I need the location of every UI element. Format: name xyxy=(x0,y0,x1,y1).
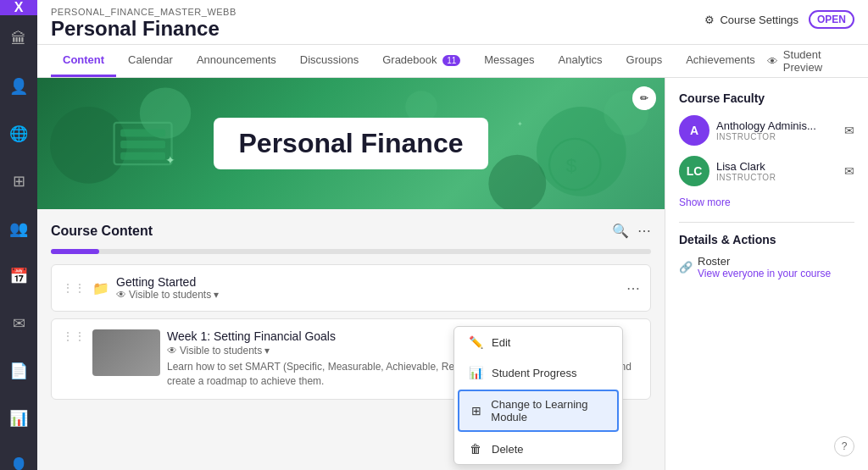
tab-achievements[interactable]: Achievements xyxy=(674,45,767,77)
delete-label: Delete xyxy=(492,443,524,456)
gradebook-label: Gradebook xyxy=(382,53,437,66)
privacy-icon: 👤 xyxy=(0,447,37,470)
close-button[interactable]: X xyxy=(0,0,37,15)
faculty-message-button-1[interactable]: ✉ xyxy=(844,124,854,137)
svg-text:$: $ xyxy=(566,154,577,176)
context-menu-delete[interactable]: 🗑 Delete xyxy=(454,434,622,464)
sidebar-item-people[interactable]: 👥 xyxy=(0,205,37,252)
globe-icon: 🌐 xyxy=(0,115,37,152)
faculty-section-title: Course Faculty xyxy=(679,91,854,105)
dropdown-arrow-icon[interactable]: ▾ xyxy=(214,289,219,301)
sidebar-divider xyxy=(679,222,854,223)
course-banner: ✦ ✦ ✦ $ Personal Finance ✏ xyxy=(37,78,665,209)
visibility-label: Visible to students xyxy=(129,289,211,301)
drag-handle-icon[interactable]: ⋮⋮ xyxy=(62,281,86,295)
topbar-left: PERSONAL_FINANCE_MASTER_WEBB Personal Fi… xyxy=(51,7,236,41)
open-badge: OPEN xyxy=(809,10,854,29)
course-title: Personal Finance xyxy=(51,17,236,41)
course-settings-label: Course Settings xyxy=(720,14,798,26)
grid-icon: ⊞ xyxy=(0,163,37,200)
faculty-message-button-2[interactable]: ✉ xyxy=(844,164,854,178)
student-preview-label: Student Preview xyxy=(783,48,854,74)
tab-messages[interactable]: Messages xyxy=(472,45,546,77)
faculty-name-1: Anthology Adminis... xyxy=(716,119,816,132)
section-actions: 🔍 ⋯ xyxy=(612,223,651,239)
search-icon[interactable]: 🔍 xyxy=(612,223,629,239)
svg-rect-6 xyxy=(120,130,165,137)
roster-item: 🔗 Roster View everyone in your course xyxy=(679,255,854,279)
context-menu-edit[interactable]: ✏️ Edit xyxy=(454,327,622,357)
week-drag-handle-icon[interactable]: ⋮⋮ xyxy=(62,329,86,343)
banner-title: Personal Finance xyxy=(214,118,489,169)
document-icon: 📄 xyxy=(0,352,37,390)
gradebook-badge: 11 xyxy=(442,55,460,66)
student-preview-button[interactable]: 👁 Student Preview xyxy=(767,48,854,74)
week-thumbnail xyxy=(92,329,160,376)
module-visibility: 👁 Visible to students ▾ xyxy=(116,289,219,301)
module-icon: ⊞ xyxy=(470,404,482,417)
tab-discussions[interactable]: Discussions xyxy=(288,45,370,77)
progress-bar xyxy=(51,249,651,254)
module-name: Getting Started xyxy=(116,275,219,289)
tab-groups[interactable]: Groups xyxy=(615,45,675,77)
tab-calendar[interactable]: Calendar xyxy=(116,45,185,77)
sidebar-item-mail[interactable]: ✉ xyxy=(0,300,37,347)
help-button[interactable]: ? xyxy=(834,436,854,456)
sidebar-item-globe[interactable]: 🌐 xyxy=(0,110,37,158)
tab-content[interactable]: Content xyxy=(51,45,116,77)
context-menu: ✏️ Edit 📊 Student Progress ⊞ Change to L… xyxy=(453,326,623,465)
faculty-role-1: INSTRUCTOR xyxy=(716,132,816,141)
week-dropdown-icon[interactable]: ▾ xyxy=(264,345,270,357)
banner-edit-button[interactable]: ✏ xyxy=(632,86,656,110)
week-thumb-bg xyxy=(92,329,160,376)
svg-point-0 xyxy=(50,107,127,184)
roster-icon: 🔗 xyxy=(679,261,693,274)
sidebar-item-grid[interactable]: ⊞ xyxy=(0,158,37,205)
faculty-avatar-2: LC xyxy=(679,156,709,186)
gear-icon: ⚙ xyxy=(704,14,715,26)
topbar: PERSONAL_FINANCE_MASTER_WEBB Personal Fi… xyxy=(37,0,868,45)
chart-icon: 📊 xyxy=(0,400,37,437)
svg-rect-8 xyxy=(120,152,165,160)
sidebar-item-document[interactable]: 📄 xyxy=(0,347,37,395)
eye-icon: 👁 xyxy=(767,55,778,68)
edit-label: Edit xyxy=(492,336,510,349)
right-sidebar: Course Faculty A Anthology Adminis... IN… xyxy=(665,78,868,470)
module-header: ⋮⋮ 📁 Getting Started 👁 Visible to studen… xyxy=(52,265,650,311)
change-module-label: Change to Learning Module xyxy=(491,398,607,423)
show-more-link[interactable]: Show more xyxy=(679,196,854,208)
tab-analytics[interactable]: Analytics xyxy=(547,45,615,77)
nav-tabs: Content Calendar Announcements Discussio… xyxy=(37,45,868,78)
context-menu-progress[interactable]: 📊 Student Progress xyxy=(454,357,622,388)
week-visibility-label: Visible to students xyxy=(180,345,262,357)
tab-gradebook[interactable]: Gradebook 11 xyxy=(370,45,472,77)
roster-link[interactable]: View everyone in your course xyxy=(698,268,831,279)
topbar-right: ⚙ Course Settings OPEN xyxy=(704,10,854,29)
folder-icon: 📁 xyxy=(92,280,109,296)
module-more-button[interactable]: ⋯ xyxy=(626,280,640,296)
progress-label: Student Progress xyxy=(492,367,576,379)
context-menu-change-module[interactable]: ⊞ Change to Learning Module xyxy=(458,390,619,432)
section-title: Course Content xyxy=(51,224,153,239)
sidebar-item-person[interactable]: 👤 xyxy=(0,63,37,110)
faculty-avatar-1: A xyxy=(679,115,709,146)
course-settings-button[interactable]: ⚙ Course Settings xyxy=(704,14,798,26)
module-item-getting-started: ⋮⋮ 📁 Getting Started 👁 Visible to studen… xyxy=(51,264,651,312)
tab-announcements[interactable]: Announcements xyxy=(185,45,288,77)
svg-point-4 xyxy=(488,155,546,209)
more-options-icon[interactable]: ⋯ xyxy=(637,223,651,239)
sidebar-item-privacy[interactable]: 👤 Priv... xyxy=(0,442,37,470)
svg-text:✦: ✦ xyxy=(517,120,523,128)
content-area: ✦ ✦ ✦ $ Personal Finance ✏ Course Conten… xyxy=(37,78,868,470)
left-sidebar: X 🏛 👤 🌐 ⊞ 👥 📅 ✉ 📄 📊 👤 Priv... xyxy=(0,0,37,470)
course-id: PERSONAL_FINANCE_MASTER_WEBB xyxy=(51,7,236,17)
eye-small-icon: 👁 xyxy=(116,289,126,301)
edit-icon: ✏️ xyxy=(468,335,483,349)
sidebar-item-calendar[interactable]: 📅 xyxy=(0,252,37,300)
progress-icon: 📊 xyxy=(468,366,483,379)
faculty-item-1: A Anthology Adminis... INSTRUCTOR ✉ xyxy=(679,115,854,146)
sidebar-item-chart[interactable]: 📊 xyxy=(0,395,37,442)
sidebar-item-institution[interactable]: 🏛 xyxy=(0,15,37,63)
calendar-icon: 📅 xyxy=(0,257,37,295)
roster-label: Roster xyxy=(698,255,831,268)
